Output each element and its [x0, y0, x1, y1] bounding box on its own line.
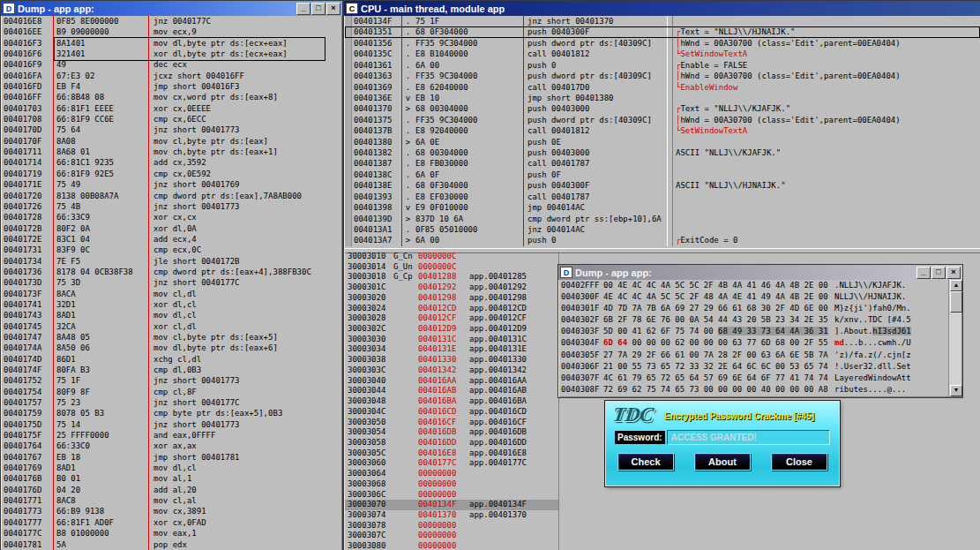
- disasm-row[interactable]: 0040171E75 49jnz short 00401769: [2, 179, 341, 190]
- dump-row[interactable]: 3000307C00000000: [345, 531, 558, 541]
- dump-row[interactable]: 30003024004012CDapp.004012CD: [345, 304, 558, 314]
- dump-row[interactable]: 3000301C00401292app.00401292: [345, 283, 558, 293]
- maximize-button[interactable]: □: [931, 267, 946, 279]
- hex-row[interactable]: 0040304F6D 64 00 00 00 62 00 00 00 63 77…: [559, 337, 949, 349]
- dump-row[interactable]: 30003048004016BAapp.004016BA: [345, 396, 558, 407]
- dump-row[interactable]: 3000306C00000000: [345, 490, 558, 501]
- disasm-row[interactable]: 004017438AD1mov dl,cl: [2, 310, 341, 320]
- disasm-row[interactable]: 0040173F8ACAmov cl,dl: [2, 289, 341, 299]
- minimize-button[interactable]: _: [296, 3, 310, 15]
- dump-row[interactable]: 3000303800401330app.00401330: [345, 355, 558, 365]
- dump-row[interactable]: 3000305C004016E8app.004016E8: [345, 448, 558, 459]
- disasm-row[interactable]: 0040171466:81C1 9235add cx,3592: [2, 157, 341, 168]
- disasm-row[interactable]: 00401398vE9 0F010000jmp 004014AC: [345, 202, 980, 213]
- disasm-row[interactable]: 0040175775 23jnz short 0040177C: [2, 397, 341, 408]
- close-button[interactable]: ×: [326, 3, 340, 15]
- close-button[interactable]: ×: [946, 267, 961, 279]
- cpu-window-titlebar[interactable]: C CPU - main thread, module app: [344, 1, 980, 16]
- disasm-row[interactable]: 0040176BB0 01mov al,1: [2, 473, 341, 484]
- pane-splitter-vertical[interactable]: [667, 192, 673, 202]
- disasm-row[interactable]: 004017118A68 01mov ch,byte ptr ds:[eax+1…: [2, 147, 341, 157]
- disasm-row[interactable]: 004016FA67:E3 02jcxz short 004016FF: [2, 71, 341, 81]
- disasm-row[interactable]: 00401361.6A 00push 0┌Enable = FALSE: [345, 60, 980, 71]
- disasm-row[interactable]: 00401380>6A 0Epush 0E: [345, 137, 980, 147]
- dump-row[interactable]: 3000306800000000: [345, 479, 558, 490]
- about-button[interactable]: About: [694, 453, 751, 471]
- close-button[interactable]: Close: [771, 453, 827, 471]
- pane-splitter-vertical[interactable]: [667, 147, 673, 158]
- pane-splitter-vertical[interactable]: [667, 202, 673, 213]
- dump-row[interactable]: 3000306400000000: [345, 469, 558, 479]
- hex-row[interactable]: 0040300F4E 4C 4C 4A 5C 5C 2F 48 4A 4E 41…: [559, 291, 949, 303]
- disasm-row[interactable]: 0040170F8A08mov cl,byte ptr ds:[eax]: [2, 136, 341, 147]
- disasm-row[interactable]: 0040177CB8 01000000mov eax,1: [2, 528, 341, 539]
- disasm-row[interactable]: 0040172B80F2 0Axor dl,0A: [2, 223, 341, 234]
- pane-splitter-vertical[interactable]: [667, 16, 673, 26]
- disasm-row[interactable]: 0040174D86D1xchg cl,dl: [2, 354, 341, 365]
- disasm-row[interactable]: 004017598078 05 B3cmp byte ptr ds:[eax+5…: [2, 408, 341, 418]
- disasm-row[interactable]: 00401375.FF35 9C304000push dword ptr ds:…: [345, 115, 980, 125]
- disasm-row[interactable]: 004017208138 00B08A7Acmp dword ptr ds:[e…: [2, 191, 341, 201]
- dump-window-titlebar[interactable]: D Dump - app app: _ □ ×: [1, 1, 342, 16]
- disasm-row[interactable]: 0040175275 1Fjnz short 00401773: [2, 375, 341, 386]
- disasm-row[interactable]: 0040139D>837D 10 6Acmp dword ptr ss:[ebp…: [345, 214, 980, 224]
- disasm-row[interactable]: 0040175D75 14jnz short 00401773: [2, 419, 341, 430]
- hex-row[interactable]: 0040305F27 7A 29 2F 66 61 00 7A 28 2F 00…: [559, 350, 949, 361]
- disasm-row[interactable]: 0040176466:33C0xor ax,ax: [2, 441, 341, 451]
- hex-row[interactable]: 0040302F6B 2F 78 6E 76 00 0A 54 44 43 20…: [559, 314, 949, 326]
- disasm-row[interactable]: 0040171966:81F9 92E5cmp cx,0E592: [2, 169, 341, 179]
- dump-row[interactable]: 30003014G_Un0000000C: [345, 262, 558, 273]
- dump-row[interactable]: 3000307400401370app.00401370: [345, 510, 558, 521]
- scroll-down-icon[interactable]: ▼: [950, 385, 962, 396]
- hex-row[interactable]: 0040303F5D 00 41 62 6F 75 74 00 68 49 33…: [559, 326, 949, 337]
- hex-row[interactable]: 00402FFF00 4E 4C 4C 4A 5C 5C 2F 4B 4A 41…: [559, 280, 949, 291]
- disasm-row[interactable]: 0040136EvEB 10jmp short 00401380: [345, 93, 980, 103]
- disasm-row[interactable]: 00401370>68 00304000push 00403000┌Text =…: [345, 103, 980, 114]
- dump-row[interactable]: 30003018G_Cp00401288app.00401285: [345, 272, 558, 283]
- disasm-row[interactable]: 004016FDEB F4jmp short 004016F3: [2, 81, 341, 92]
- disasm-row[interactable]: 00401369.E8 62040000call 004017D0└Enable…: [345, 82, 980, 93]
- pane-splitter-vertical[interactable]: [667, 158, 673, 169]
- disasm-row[interactable]: 00401393.E8 EF030000call 00401787: [345, 192, 980, 202]
- dump-row[interactable]: 3000308000000000: [345, 541, 558, 550]
- disasm-row[interactable]: 004016E80F85 8E000000jnz 0040177C: [2, 16, 341, 26]
- scrollbar-thumb[interactable]: [950, 291, 962, 313]
- dump-row[interactable]: 3000303C00401342app.00401342: [345, 365, 558, 376]
- hex-row[interactable]: 0040308F72 69 62 75 74 65 73 00 00 00 00…: [559, 384, 949, 396]
- dump-row[interactable]: 30003010G_Cn0000000C: [345, 252, 558, 262]
- scroll-up-icon[interactable]: ▲: [950, 280, 962, 291]
- pane-splitter-vertical[interactable]: [667, 125, 673, 136]
- vertical-scrollbar[interactable]: ▲ ▼: [948, 280, 961, 396]
- pane-splitter-vertical[interactable]: [667, 103, 673, 114]
- maximize-button[interactable]: □: [311, 3, 325, 15]
- disasm-row[interactable]: 004013A1.0F85 05010000jnz 004014AC: [345, 224, 980, 235]
- pane-splitter-vertical[interactable]: [667, 214, 673, 224]
- disasm-row[interactable]: 0040175480F9 8Fcmp cl,8F: [2, 387, 341, 397]
- disasm-row[interactable]: 0040134F.75 1Fjnz short 00401370: [345, 16, 980, 26]
- dump-row[interactable]: 300030340040131Eapp.0040131E: [345, 344, 558, 355]
- dump-row[interactable]: 30003040004016AAapp.004016AA: [345, 376, 558, 387]
- dump-row[interactable]: 30003058004016DDapp.004016DD: [345, 438, 558, 448]
- disasm-row[interactable]: 0040170D75 64jnz short 00401773: [2, 124, 341, 135]
- disasm-row[interactable]: 0040137B.E8 92040000call 00401812└SetWin…: [345, 125, 980, 136]
- dump-row[interactable]: 300030600040177Capp.0040177C: [345, 458, 558, 469]
- pane-splitter-vertical[interactable]: [667, 82, 673, 93]
- dump-row[interactable]: 3000302C004012D9app.004012D9: [345, 324, 558, 335]
- disasm-row[interactable]: 004017347E F5jle short 0040172B: [2, 256, 341, 267]
- dump-row[interactable]: 3000304C004016CDapp.004016CD: [345, 407, 558, 418]
- disasm-row[interactable]: 0040174132D1xor dl,cl: [2, 299, 341, 310]
- disasm-row[interactable]: 004016F38A1401mov dl,byte ptr ds:[ecx+ea…: [2, 38, 341, 49]
- disasm-row[interactable]: 004016FF66:8B48 08mov cx,word ptr ds:[ea…: [2, 92, 341, 102]
- dump-row[interactable]: 30003044004016ABapp.004016AB: [345, 386, 558, 396]
- disasm-row[interactable]: 004016F6321401xor dl,byte ptr ds:[ecx+ea…: [2, 49, 341, 59]
- disasm-row[interactable]: 004017815Apop edx: [2, 539, 341, 550]
- dump-row[interactable]: 300030700040134Fapp.0040134F: [345, 500, 558, 510]
- disasm-row[interactable]: 00401382.68 00304000push 00403000ASCII "…: [345, 147, 980, 158]
- pane-splitter-vertical[interactable]: [667, 49, 673, 59]
- disasm-row[interactable]: 00401767EB 18jmp short 00401781: [2, 452, 341, 463]
- disasm-row[interactable]: 0040175F25 FFFF0000and eax,0FFFF: [2, 430, 341, 441]
- pane-splitter-vertical[interactable]: [667, 235, 673, 245]
- hex-row[interactable]: 0040301F4D 7D 7A 7B 6A 69 27 29 66 61 68…: [559, 303, 949, 314]
- password-input[interactable]: [667, 430, 830, 445]
- disasm-row[interactable]: 004017478A48 05mov cl,byte ptr ds:[eax+5…: [2, 332, 341, 343]
